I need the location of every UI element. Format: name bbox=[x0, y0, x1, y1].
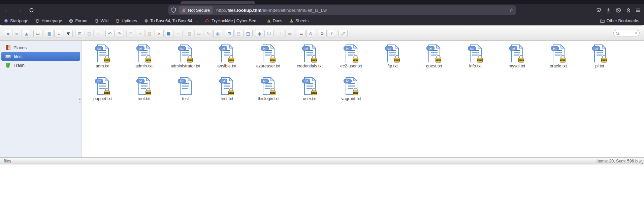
file-item[interactable]: txtadmin.txt bbox=[123, 42, 165, 75]
reload-button[interactable] bbox=[26, 5, 36, 15]
split-button[interactable]: ◫ bbox=[244, 30, 253, 37]
file-name: ec2-user.txt bbox=[340, 64, 362, 68]
bookmark-label: TryHackMe | Cyber Sec... bbox=[212, 19, 259, 23]
file-item[interactable]: txtadm.txt bbox=[82, 42, 123, 75]
file-item[interactable]: txtpuppet.txt bbox=[82, 75, 123, 108]
bookmark-item[interactable]: Forum bbox=[69, 19, 87, 23]
extensions-icon[interactable] bbox=[626, 8, 631, 13]
file-item[interactable]: txtinfo.txt bbox=[455, 42, 496, 75]
preview-button[interactable]: ◉ bbox=[255, 30, 264, 37]
file-item[interactable]: txttest.txt bbox=[206, 75, 248, 108]
paste-button[interactable]: ▧ bbox=[145, 30, 154, 37]
active-tab[interactable] bbox=[181, 1, 255, 4]
other-bookmarks-button[interactable]: Other Bookmarks bbox=[600, 19, 639, 23]
bookmark-item[interactable]: Docs bbox=[267, 19, 282, 23]
toolbar-group: ⚙? bbox=[318, 30, 336, 37]
quicklook-button[interactable]: ◎ bbox=[213, 30, 222, 37]
cut-icon: ✂ bbox=[138, 32, 142, 36]
view-icons-button[interactable]: ⊞ bbox=[225, 30, 234, 37]
help-button[interactable]: ? bbox=[327, 30, 336, 37]
bookmark-item[interactable]: Wiki bbox=[95, 19, 109, 23]
file-icon: txt bbox=[468, 44, 483, 63]
undo-button[interactable]: ↶ bbox=[105, 30, 115, 37]
url-bar[interactable]: Not Secure http://files.lookup.thm/elFin… bbox=[168, 5, 516, 15]
bookmark-item[interactable]: Startpage bbox=[4, 19, 28, 23]
file-item[interactable]: txtadministrator.txt bbox=[165, 42, 206, 75]
sidebar-item-files[interactable]: files bbox=[1, 52, 80, 61]
account-icon[interactable] bbox=[616, 7, 621, 13]
empty-icon: ■ bbox=[167, 32, 170, 36]
sidebar-item-trash[interactable]: Trash bbox=[0, 61, 81, 69]
file-item[interactable]: txtec2-user.txt bbox=[330, 42, 372, 75]
back-button[interactable]: ◀ bbox=[3, 30, 12, 37]
search-clear-icon[interactable]: × bbox=[635, 31, 637, 35]
shield-permissions-icon[interactable] bbox=[171, 7, 176, 13]
file-item[interactable]: txtoracle.txt bbox=[538, 42, 579, 75]
forward-button[interactable]: ▶ bbox=[12, 30, 22, 37]
preference-button[interactable]: ⚙ bbox=[318, 30, 327, 37]
download-button[interactable]: ↓ bbox=[54, 30, 63, 37]
file-item[interactable]: txtroot.txt bbox=[123, 75, 165, 108]
mkfile-button[interactable]: ▤ bbox=[85, 30, 94, 37]
fullscreen-button[interactable]: ⤢ bbox=[339, 30, 348, 37]
file-name: info.txt bbox=[469, 64, 482, 68]
file-item[interactable]: txtvagrant.txt bbox=[330, 75, 372, 108]
search-box[interactable]: × bbox=[613, 30, 640, 36]
svg-text:txt: txt bbox=[470, 47, 473, 50]
info-button[interactable]: ⓘ bbox=[264, 30, 273, 37]
back-button[interactable]: ← bbox=[2, 5, 12, 15]
empty-button[interactable]: ■ bbox=[164, 30, 173, 37]
edit-button[interactable]: ✎ bbox=[204, 30, 213, 37]
extract-button[interactable]: ⇧ bbox=[276, 30, 285, 37]
split-icon: ◫ bbox=[246, 32, 250, 36]
file-item[interactable]: txttest bbox=[165, 75, 206, 108]
redo-button[interactable]: ↷ bbox=[115, 30, 124, 37]
cut-button[interactable]: ✂ bbox=[136, 30, 145, 37]
bookmark-item[interactable]: Homepage bbox=[35, 19, 62, 23]
paste-icon: ▧ bbox=[148, 32, 152, 36]
bookmark-label: Forum bbox=[75, 19, 87, 23]
security-chip[interactable]: Not Secure bbox=[179, 6, 213, 14]
rename-icon: ▭ bbox=[197, 32, 201, 36]
delete-button[interactable]: × bbox=[155, 30, 164, 37]
sidebar-resize-handle[interactable] bbox=[79, 98, 80, 103]
file-item[interactable]: txtguest.txt bbox=[413, 42, 455, 75]
file-item[interactable]: txtcredentials.txt bbox=[289, 42, 330, 75]
bookmark-label: Wiki bbox=[101, 19, 109, 23]
sidebar-item-places[interactable]: Places bbox=[0, 43, 81, 52]
sort-icon: ≡ bbox=[299, 32, 303, 36]
downloads-icon[interactable] bbox=[606, 8, 611, 13]
netmount-icon: ▭ bbox=[36, 32, 40, 36]
bookmark-item[interactable]: TryHackMe | Cyber Sec... bbox=[205, 19, 259, 23]
sort-button[interactable]: ≡ bbox=[297, 30, 306, 37]
bookmark-item[interactable]: Uptimes bbox=[116, 19, 137, 23]
pocket-icon[interactable] bbox=[596, 8, 601, 13]
save-button[interactable]: ▼ bbox=[64, 30, 73, 37]
duplicate-button[interactable]: ▦ bbox=[185, 30, 194, 37]
open-button[interactable]: ▣ bbox=[45, 30, 54, 37]
forward-button[interactable]: → bbox=[14, 5, 24, 15]
netmount-button[interactable]: ▭ bbox=[33, 30, 42, 37]
mkdir-button[interactable]: ⊞ bbox=[75, 30, 84, 37]
archive-button[interactable]: ▬ bbox=[285, 30, 294, 37]
resize-button[interactable]: ─ bbox=[173, 30, 183, 37]
bookmark-star-icon[interactable]: ☆ bbox=[509, 7, 513, 13]
up-button[interactable]: ▲ bbox=[22, 30, 31, 37]
file-item[interactable]: txtthislogin.txt bbox=[248, 75, 289, 108]
copy-button[interactable]: ⊡ bbox=[126, 30, 135, 37]
file-item[interactable]: txtmysql.txt bbox=[496, 42, 538, 75]
fullscreen-icon: ⤢ bbox=[342, 32, 345, 36]
menu-icon[interactable] bbox=[636, 8, 641, 12]
bookmark-item[interactable]: To Base64, To Base64, ... bbox=[144, 19, 198, 23]
rename-button[interactable]: ▭ bbox=[194, 30, 203, 37]
resize-grip-icon[interactable] bbox=[639, 160, 643, 164]
file-item[interactable]: txtpi.txt bbox=[579, 42, 620, 75]
view-list-button[interactable]: ▤ bbox=[234, 30, 243, 37]
charset-button[interactable]: ⊕ bbox=[306, 30, 315, 37]
file-item[interactable]: txtazureuser.txt bbox=[248, 42, 289, 75]
file-item[interactable]: txtftp.txt bbox=[372, 42, 413, 75]
file-item[interactable]: txtansible.txt bbox=[206, 42, 248, 75]
file-item[interactable]: txtuser.txt bbox=[289, 75, 330, 108]
bookmark-item[interactable]: Sheets bbox=[289, 19, 309, 23]
upload-button[interactable]: ▷ bbox=[94, 30, 103, 37]
